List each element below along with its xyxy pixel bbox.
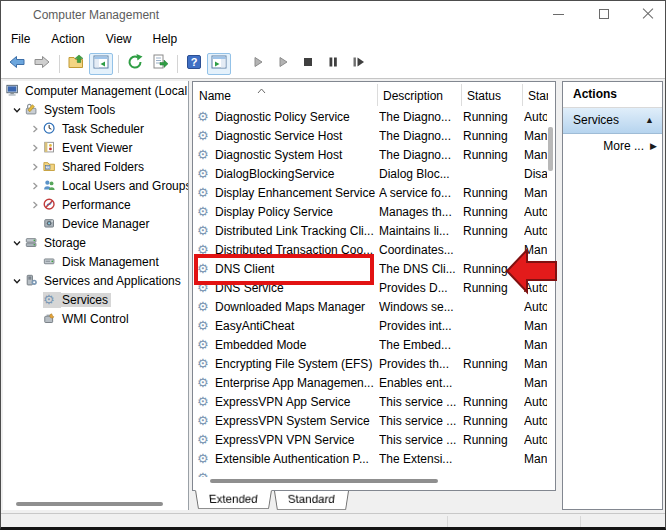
tree-item-services-and-applications[interactable]: Services and Applications — [9, 271, 188, 290]
chevron-collapsed-icon[interactable] — [27, 197, 43, 213]
tree-item-local-users-and-groups[interactable]: Local Users and Groups — [27, 176, 188, 195]
tree-item-computer-management-local[interactable]: Computer Management (Local — [6, 81, 188, 100]
pause-service-button[interactable] — [321, 53, 345, 75]
forward-icon — [34, 54, 50, 73]
column-divider[interactable] — [377, 84, 378, 106]
actions-group-services[interactable]: Services ▲ — [563, 108, 662, 134]
stop-service-icon — [300, 54, 316, 73]
service-row-diagnostic-system-host[interactable]: ⚙Diagnostic System HostThe Diagno...Runn… — [193, 146, 547, 165]
service-name: DNS Client — [215, 260, 377, 279]
services-gear-icon: ⚙ — [197, 450, 213, 469]
column-divider[interactable] — [522, 84, 523, 106]
menu-item-help[interactable]: Help — [145, 30, 186, 48]
start-service-button[interactable] — [246, 53, 270, 75]
service-row-diagnostic-service-host[interactable]: ⚙Diagnostic Service HostThe Diagno...Run… — [193, 127, 547, 146]
tree-item-disk-management[interactable]: Disk Management — [27, 252, 188, 271]
tree-item-services[interactable]: ⚙Services — [27, 290, 188, 309]
maximize-button[interactable] — [587, 1, 621, 27]
column-header-status[interactable]: Status — [467, 89, 501, 103]
tree-item-shared-folders[interactable]: 22Shared Folders — [27, 157, 188, 176]
service-name: ExpressVPN App Service — [215, 393, 377, 412]
service-status: Running — [463, 279, 515, 298]
tree-item-task-scheduler[interactable]: Task Scheduler — [27, 119, 188, 138]
tree-item-label: Computer Management (Local — [24, 84, 189, 98]
chevron-collapsed-icon[interactable] — [27, 178, 43, 194]
service-row-extensible-authentication-p[interactable]: ⚙Extensible Authentication P...The Exten… — [193, 450, 547, 469]
service-row-distributed-link-tracking-cli[interactable]: ⚙Distributed Link Tracking Cli...Maintai… — [193, 222, 547, 241]
toolbar-separator — [59, 55, 60, 73]
menu-item-view[interactable]: View — [98, 30, 140, 48]
horizontal-scrollbar[interactable] — [210, 479, 438, 483]
stop-service-button[interactable] — [296, 53, 320, 75]
close-button[interactable] — [631, 1, 665, 27]
menu-item-file[interactable]: File — [3, 30, 38, 48]
column-header-description[interactable]: Description — [383, 89, 443, 103]
tree-item-system-tools[interactable]: System Tools — [9, 100, 188, 119]
service-name — [215, 469, 377, 477]
service-row-display-policy-service[interactable]: ⚙Display Policy ServiceManages th...Runn… — [193, 203, 547, 222]
vertical-scrollbar[interactable] — [548, 127, 553, 171]
toolbar: ? — [1, 49, 665, 78]
export-list-button[interactable] — [148, 53, 172, 75]
pause-service-icon — [325, 54, 341, 73]
chevron-expanded-icon[interactable] — [9, 235, 25, 251]
tab-extended[interactable]: Extended — [195, 490, 272, 509]
column-divider[interactable] — [461, 84, 462, 106]
service-startup-type: Manual — [524, 317, 547, 336]
help-button[interactable]: ? — [182, 53, 206, 75]
show-console-tree-button[interactable] — [89, 53, 113, 75]
service-row-expressvpn-app-service[interactable]: ⚙ExpressVPN App ServiceThis service ...R… — [193, 393, 547, 412]
service-row-dialogblockingservice[interactable]: ⚙DialogBlockingServiceDialog Bloc...Disa… — [193, 165, 547, 184]
resume-service-button[interactable] — [271, 53, 295, 75]
column-header-startup-type[interactable]: Startup Type — [528, 89, 548, 103]
service-row-expressvpn-system-service[interactable]: ⚙ExpressVPN System ServiceThis service .… — [193, 412, 547, 431]
column-header-name[interactable]: Name — [199, 89, 231, 103]
chevron-placeholder — [27, 254, 43, 270]
service-status: Running — [463, 412, 515, 431]
restart-service-button[interactable] — [346, 53, 370, 75]
chevron-collapsed-icon[interactable] — [27, 159, 43, 175]
service-status: Running — [463, 127, 515, 146]
tree-item-device-manager[interactable]: Device Manager — [27, 214, 188, 233]
service-row-expressvpn-vpn-service[interactable]: ⚙ExpressVPN VPN ServiceThis service ...R… — [193, 431, 547, 450]
services-gear-icon: ⚙ — [197, 127, 213, 146]
service-row-distributed-transaction-coo[interactable]: ⚙Distributed Transaction Coo...Coordinat… — [193, 241, 547, 260]
export-list-icon — [152, 54, 168, 73]
refresh-button[interactable] — [123, 53, 147, 75]
chevron-collapsed-icon[interactable] — [27, 121, 43, 137]
back-button[interactable] — [5, 53, 29, 75]
service-row-partial[interactable]: ⚙ — [193, 469, 547, 477]
chevron-collapsed-icon[interactable] — [27, 140, 43, 156]
show-action-pane-button[interactable] — [207, 53, 231, 75]
service-row-encrypting-file-system-efs[interactable]: ⚙Encrypting File System (EFS)Provides th… — [193, 355, 547, 374]
service-row-display-enhancement-service[interactable]: ⚙Display Enhancement ServiceA service fo… — [193, 184, 547, 203]
menu-item-action[interactable]: Action — [43, 30, 92, 48]
tab-standard[interactable]: Standard — [274, 491, 349, 510]
tree-item-performance[interactable]: Performance — [27, 195, 188, 214]
service-row-enterprise-app-managemen[interactable]: ⚙Enterprise App Managemen...Enables ent.… — [193, 374, 547, 393]
service-startup-type: Manual — [524, 450, 547, 469]
service-row-embedded-mode[interactable]: ⚙Embedded ModeThe Embed...Manual — [193, 336, 547, 355]
service-row-downloaded-maps-manager[interactable]: ⚙Downloaded Maps ManagerWindows se...Aut… — [193, 298, 547, 317]
chevron-expanded-icon[interactable] — [9, 102, 25, 118]
services-gear-icon: ⚙ — [197, 469, 213, 477]
service-description: Provides D... — [379, 279, 459, 298]
collapse-icon[interactable]: ▲ — [645, 108, 654, 133]
minimize-button[interactable] — [541, 1, 575, 27]
service-description: The Embed... — [379, 336, 459, 355]
service-row-dns-service[interactable]: ⚙DNS ServiceProvides D...RunningAutomati… — [193, 279, 547, 298]
tree-item-storage[interactable]: Storage — [9, 233, 188, 252]
service-startup-type: Manual — [524, 127, 547, 146]
forward-button[interactable] — [30, 53, 54, 75]
tree-item-wmi-control[interactable]: WMI Control — [27, 309, 188, 328]
more-actions-item[interactable]: More ... ▶ — [563, 134, 662, 158]
up-one-level-button[interactable] — [64, 53, 88, 75]
service-row-dns-client[interactable]: ⚙DNS ClientThe DNS Cli...RunningAutomati… — [193, 260, 547, 279]
service-row-diagnostic-policy-service[interactable]: ⚙Diagnostic Policy ServiceThe Diagno...R… — [193, 108, 547, 127]
chevron-expanded-icon[interactable] — [9, 273, 25, 289]
status-bar — [1, 513, 665, 528]
service-row-easyanticheat[interactable]: ⚙EasyAntiCheatProvides int...Manual — [193, 317, 547, 336]
tree-horizontal-scrollbar[interactable] — [16, 502, 163, 506]
tree-item-event-viewer[interactable]: Event Viewer — [27, 138, 188, 157]
chevron-placeholder — [27, 216, 43, 232]
